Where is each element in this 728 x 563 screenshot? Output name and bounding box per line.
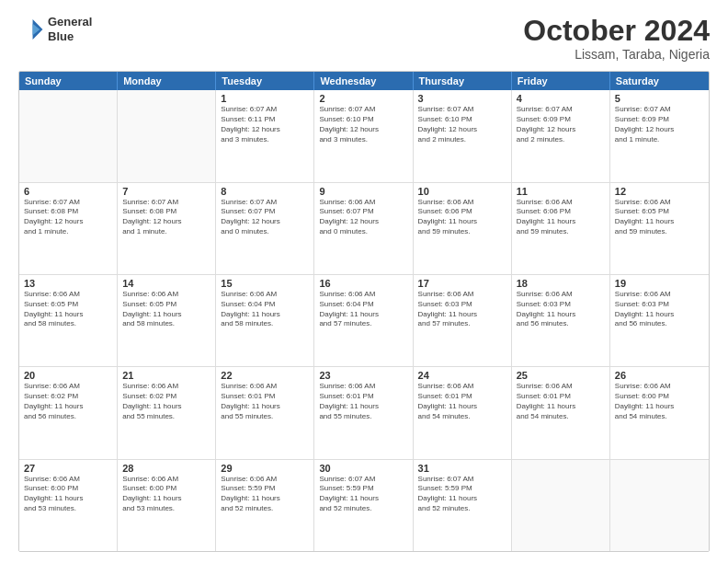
calendar-row: 1Sunrise: 6:07 AM Sunset: 6:11 PM Daylig… [19,90,709,182]
calendar-cell: 14Sunrise: 6:06 AM Sunset: 6:05 PM Dayli… [118,275,216,366]
cell-info: Sunrise: 6:06 AM Sunset: 5:59 PM Dayligh… [221,475,309,514]
cell-info: Sunrise: 6:07 AM Sunset: 5:59 PM Dayligh… [418,475,506,514]
logo: General Blue [18,15,92,43]
calendar-cell: 9Sunrise: 6:06 AM Sunset: 6:07 PM Daylig… [314,183,413,274]
day-number: 17 [418,278,506,289]
calendar-cell [118,90,216,181]
page: General Blue October 2024 Lissam, Taraba… [0,0,728,563]
day-number: 15 [221,278,309,289]
title-block: October 2024 Lissam, Taraba, Nigeria [523,15,710,62]
cell-info: Sunrise: 6:06 AM Sunset: 6:01 PM Dayligh… [517,382,605,421]
cell-info: Sunrise: 6:07 AM Sunset: 6:09 PM Dayligh… [517,105,605,144]
calendar-cell: 16Sunrise: 6:06 AM Sunset: 6:04 PM Dayli… [314,275,413,366]
cell-info: Sunrise: 6:06 AM Sunset: 6:03 PM Dayligh… [615,290,704,329]
weekday-header: Friday [512,72,610,90]
logo-icon [18,17,44,42]
day-number: 3 [418,93,506,104]
calendar-cell: 20Sunrise: 6:06 AM Sunset: 6:02 PM Dayli… [19,367,118,458]
cell-info: Sunrise: 6:07 AM Sunset: 5:59 PM Dayligh… [319,475,407,514]
calendar-cell: 17Sunrise: 6:06 AM Sunset: 6:03 PM Dayli… [414,275,512,366]
calendar-cell: 15Sunrise: 6:06 AM Sunset: 6:04 PM Dayli… [216,275,314,366]
day-number: 9 [319,186,407,197]
cell-info: Sunrise: 6:07 AM Sunset: 6:08 PM Dayligh… [24,198,112,237]
cell-info: Sunrise: 6:06 AM Sunset: 6:01 PM Dayligh… [319,382,407,421]
day-number: 12 [615,186,704,197]
cell-info: Sunrise: 6:06 AM Sunset: 6:05 PM Dayligh… [24,290,112,329]
cell-info: Sunrise: 6:07 AM Sunset: 6:07 PM Dayligh… [221,198,309,237]
calendar-cell: 1Sunrise: 6:07 AM Sunset: 6:11 PM Daylig… [216,90,314,181]
day-number: 16 [319,278,407,289]
day-number: 6 [24,186,112,197]
weekday-header: Wednesday [314,72,413,90]
day-number: 13 [24,278,112,289]
calendar: SundayMondayTuesdayWednesdayThursdayFrid… [18,71,710,552]
location-subtitle: Lissam, Taraba, Nigeria [523,47,710,62]
calendar-cell: 21Sunrise: 6:06 AM Sunset: 6:02 PM Dayli… [118,367,216,458]
calendar-row: 6Sunrise: 6:07 AM Sunset: 6:08 PM Daylig… [19,183,709,275]
cell-info: Sunrise: 6:06 AM Sunset: 6:02 PM Dayligh… [24,382,112,421]
day-number: 27 [24,463,112,474]
calendar-cell: 19Sunrise: 6:06 AM Sunset: 6:03 PM Dayli… [610,275,709,366]
calendar-cell: 5Sunrise: 6:07 AM Sunset: 6:09 PM Daylig… [610,90,709,181]
day-number: 7 [122,186,210,197]
page-header: General Blue October 2024 Lissam, Taraba… [18,15,710,62]
cell-info: Sunrise: 6:07 AM Sunset: 6:10 PM Dayligh… [319,105,407,144]
calendar-cell: 7Sunrise: 6:07 AM Sunset: 6:08 PM Daylig… [118,183,216,274]
calendar-cell: 30Sunrise: 6:07 AM Sunset: 5:59 PM Dayli… [314,460,413,551]
weekday-header: Monday [118,72,216,90]
weekday-header: Tuesday [216,72,314,90]
calendar-body: 1Sunrise: 6:07 AM Sunset: 6:11 PM Daylig… [19,90,709,551]
cell-info: Sunrise: 6:06 AM Sunset: 6:01 PM Dayligh… [418,382,506,421]
calendar-cell [512,460,610,551]
calendar-cell: 26Sunrise: 6:06 AM Sunset: 6:00 PM Dayli… [610,367,709,458]
calendar-cell: 2Sunrise: 6:07 AM Sunset: 6:10 PM Daylig… [314,90,413,181]
calendar-cell: 25Sunrise: 6:06 AM Sunset: 6:01 PM Dayli… [512,367,610,458]
calendar-cell: 27Sunrise: 6:06 AM Sunset: 6:00 PM Dayli… [19,460,118,551]
cell-info: Sunrise: 6:06 AM Sunset: 6:04 PM Dayligh… [319,290,407,329]
calendar-cell: 29Sunrise: 6:06 AM Sunset: 5:59 PM Dayli… [216,460,314,551]
calendar-row: 20Sunrise: 6:06 AM Sunset: 6:02 PM Dayli… [19,367,709,459]
day-number: 18 [517,278,605,289]
calendar-row: 13Sunrise: 6:06 AM Sunset: 6:05 PM Dayli… [19,275,709,367]
day-number: 28 [122,463,210,474]
day-number: 31 [418,463,506,474]
cell-info: Sunrise: 6:07 AM Sunset: 6:08 PM Dayligh… [122,198,210,237]
logo-text: General Blue [48,15,92,43]
day-number: 11 [517,186,605,197]
cell-info: Sunrise: 6:06 AM Sunset: 6:05 PM Dayligh… [122,290,210,329]
cell-info: Sunrise: 6:06 AM Sunset: 6:00 PM Dayligh… [24,475,112,514]
cell-info: Sunrise: 6:06 AM Sunset: 6:00 PM Dayligh… [122,475,210,514]
month-title: October 2024 [523,15,710,47]
calendar-cell: 23Sunrise: 6:06 AM Sunset: 6:01 PM Dayli… [314,367,413,458]
calendar-cell: 18Sunrise: 6:06 AM Sunset: 6:03 PM Dayli… [512,275,610,366]
calendar-cell: 8Sunrise: 6:07 AM Sunset: 6:07 PM Daylig… [216,183,314,274]
cell-info: Sunrise: 6:07 AM Sunset: 6:09 PM Dayligh… [615,105,704,144]
calendar-cell: 11Sunrise: 6:06 AM Sunset: 6:06 PM Dayli… [512,183,610,274]
calendar-cell [19,90,118,181]
day-number: 4 [517,93,605,104]
calendar-cell: 31Sunrise: 6:07 AM Sunset: 5:59 PM Dayli… [414,460,512,551]
day-number: 25 [517,370,605,381]
cell-info: Sunrise: 6:06 AM Sunset: 6:04 PM Dayligh… [221,290,309,329]
calendar-row: 27Sunrise: 6:06 AM Sunset: 6:00 PM Dayli… [19,460,709,551]
weekday-header: Thursday [414,72,512,90]
day-number: 22 [221,370,309,381]
calendar-cell: 22Sunrise: 6:06 AM Sunset: 6:01 PM Dayli… [216,367,314,458]
calendar-cell: 28Sunrise: 6:06 AM Sunset: 6:00 PM Dayli… [118,460,216,551]
cell-info: Sunrise: 6:06 AM Sunset: 6:06 PM Dayligh… [517,198,605,237]
weekday-header: Saturday [610,72,709,90]
calendar-header: SundayMondayTuesdayWednesdayThursdayFrid… [19,72,709,90]
calendar-cell: 6Sunrise: 6:07 AM Sunset: 6:08 PM Daylig… [19,183,118,274]
calendar-cell: 24Sunrise: 6:06 AM Sunset: 6:01 PM Dayli… [414,367,512,458]
day-number: 14 [122,278,210,289]
cell-info: Sunrise: 6:06 AM Sunset: 6:03 PM Dayligh… [517,290,605,329]
cell-info: Sunrise: 6:06 AM Sunset: 6:07 PM Dayligh… [319,198,407,237]
cell-info: Sunrise: 6:07 AM Sunset: 6:10 PM Dayligh… [418,105,506,144]
cell-info: Sunrise: 6:06 AM Sunset: 6:05 PM Dayligh… [615,198,704,237]
day-number: 2 [319,93,407,104]
day-number: 29 [221,463,309,474]
calendar-cell: 3Sunrise: 6:07 AM Sunset: 6:10 PM Daylig… [414,90,512,181]
day-number: 5 [615,93,704,104]
day-number: 23 [319,370,407,381]
day-number: 24 [418,370,506,381]
